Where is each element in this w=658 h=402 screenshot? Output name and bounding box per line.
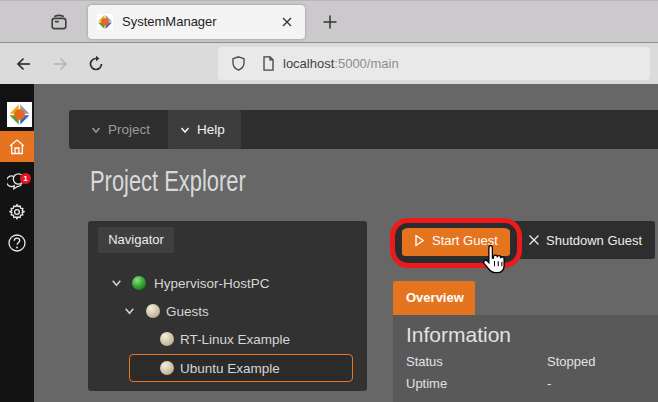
tree-item-rtlinux[interactable]: RT-Linux Example bbox=[88, 325, 367, 353]
menu-project-label: Project bbox=[108, 122, 150, 137]
status-ball-beige bbox=[160, 332, 174, 346]
browser-window: SystemManager bbox=[0, 0, 658, 402]
sidebar-settings-button[interactable] bbox=[0, 196, 34, 227]
navigator-panel: Navigator Hypervisor-HostPC Gues bbox=[88, 221, 367, 391]
status-ball-beige bbox=[146, 304, 160, 318]
tab-title: SystemManager bbox=[122, 5, 217, 39]
info-label: Uptime bbox=[406, 376, 447, 391]
navigator-tab[interactable]: Navigator bbox=[98, 227, 174, 253]
tree-item-label: Ubuntu Example bbox=[180, 360, 280, 375]
close-x-icon bbox=[528, 234, 540, 246]
tracking-protection-shield-icon[interactable] bbox=[230, 55, 247, 72]
web-page: 1 bbox=[0, 84, 658, 402]
chevron-down-icon[interactable] bbox=[123, 305, 136, 318]
app-sidebar: 1 bbox=[0, 84, 34, 402]
url-path: :5000/main bbox=[334, 56, 398, 71]
page-info-icon[interactable] bbox=[260, 55, 277, 72]
info-heading: Information bbox=[406, 322, 511, 347]
info-panel: Information Status Stopped Uptime - bbox=[393, 315, 658, 402]
notification-badge: 1 bbox=[20, 173, 31, 184]
browser-toolbar: localhost:5000/main bbox=[0, 42, 658, 84]
url-host: localhost bbox=[283, 56, 334, 71]
status-ball-beige bbox=[160, 361, 174, 375]
tab-overview[interactable]: Overview bbox=[393, 281, 475, 315]
firefox-view-icon[interactable] bbox=[49, 12, 69, 32]
info-value: - bbox=[547, 376, 551, 391]
site-favicon-icon bbox=[97, 14, 113, 30]
tree-item-hypervisor[interactable]: Hypervisor-HostPC bbox=[88, 269, 367, 297]
new-tab-button[interactable] bbox=[320, 12, 340, 32]
tree-item-label: Guests bbox=[166, 304, 209, 319]
app-menubar: Project Help bbox=[69, 110, 658, 149]
back-button[interactable] bbox=[15, 55, 33, 73]
browser-tab-strip: SystemManager bbox=[0, 0, 658, 42]
chevron-down-icon bbox=[90, 124, 102, 136]
menu-help-label: Help bbox=[197, 122, 225, 137]
status-ball-green bbox=[132, 276, 146, 290]
sidebar-chat-button[interactable]: 1 bbox=[0, 165, 34, 196]
shutdown-guest-label: Shutdown Guest bbox=[546, 233, 642, 248]
info-row-status: Status Stopped bbox=[406, 354, 656, 370]
tree-item-label: RT-Linux Example bbox=[180, 332, 290, 347]
mouse-cursor-hand bbox=[481, 244, 508, 282]
forward-button[interactable] bbox=[51, 55, 69, 73]
app-logo bbox=[7, 102, 32, 127]
url-text: localhost:5000/main bbox=[283, 47, 399, 80]
tree-item-guests[interactable]: Guests bbox=[88, 297, 367, 325]
info-label: Status bbox=[406, 354, 443, 369]
shutdown-guest-button[interactable]: Shutdown Guest bbox=[510, 221, 655, 259]
reload-button[interactable] bbox=[87, 55, 105, 73]
page-title: Project Explorer bbox=[90, 166, 246, 196]
sidebar-help-button[interactable] bbox=[0, 227, 34, 258]
tab-close-icon[interactable] bbox=[279, 14, 295, 30]
info-value: Stopped bbox=[547, 354, 595, 369]
tree-item-ubuntu[interactable]: Ubuntu Example bbox=[88, 354, 367, 382]
chevron-down-icon[interactable] bbox=[110, 277, 123, 290]
menu-help[interactable]: Help bbox=[168, 110, 241, 149]
chevron-down-icon bbox=[179, 124, 191, 136]
url-bar[interactable]: localhost:5000/main bbox=[218, 47, 650, 80]
tree-item-label: Hypervisor-HostPC bbox=[154, 276, 270, 291]
info-row-uptime: Uptime - bbox=[406, 376, 656, 392]
browser-tab[interactable]: SystemManager bbox=[88, 5, 305, 39]
menu-project[interactable]: Project bbox=[69, 110, 168, 149]
sidebar-home-button[interactable] bbox=[0, 131, 34, 162]
